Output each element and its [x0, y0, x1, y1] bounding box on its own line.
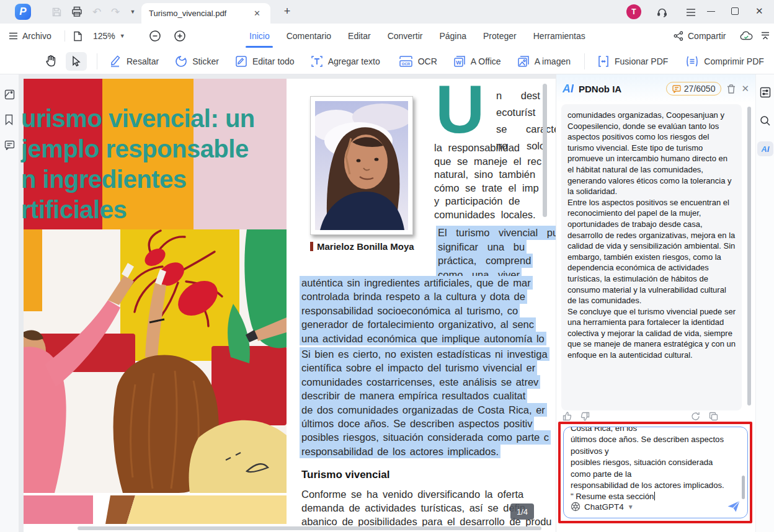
highlighted-text-line: significar una bu [436, 240, 527, 254]
caption-bar [310, 242, 313, 251]
model-selector[interactable]: ChatGPT4 [584, 502, 624, 512]
editar-todo-button[interactable]: Editar todo [235, 55, 295, 68]
close-window-button[interactable]: ✕ [755, 6, 763, 17]
zoom-out-button[interactable] [149, 24, 161, 48]
ocr-button[interactable]: OCR OCR [399, 55, 437, 68]
panel-settings-icon[interactable] [760, 87, 771, 98]
sticker-icon [175, 55, 187, 68]
undo-icon[interactable]: ↶ [90, 5, 104, 19]
zoom-level-dropdown[interactable]: 125% ▼ [93, 24, 125, 48]
app-logo[interactable]: P [15, 4, 31, 20]
document-vertical-scrollbar[interactable] [543, 84, 547, 217]
thumbnails-panel-icon[interactable] [4, 89, 15, 100]
resaltar-label: Resaltar [127, 56, 159, 66]
ribbon-tabs: Inicio Comentario Editar Convertir Págin… [249, 24, 585, 48]
history-dropdown-icon[interactable]: ▼ [126, 5, 140, 19]
a-office-button[interactable]: W A Office [453, 55, 501, 68]
a-imagen-button[interactable]: A imagen [517, 55, 571, 68]
support-headset-icon[interactable] [655, 6, 669, 19]
compartir-button[interactable]: Compartir [674, 24, 726, 48]
token-usage-badge: 27/6050 [666, 82, 722, 95]
dropcap: U [435, 82, 484, 136]
close-ai-panel-icon[interactable]: ✕ [741, 83, 749, 94]
tab-convertir[interactable]: Convertir [388, 24, 423, 48]
collapse-toolbar-icon[interactable] [761, 24, 770, 48]
toolbar: Resaltar Sticker Editar todo Agregar tex… [0, 48, 774, 74]
user-avatar[interactable]: T [626, 4, 641, 19]
save-icon[interactable] [50, 5, 63, 19]
tab-pagina[interactable]: Página [439, 24, 466, 48]
regenerate-icon[interactable] [691, 412, 700, 421]
hand-icon [45, 55, 57, 68]
fusionar-pdf-button[interactable]: Fusionar PDF [597, 55, 668, 68]
prompt-text-line: responsabilidad de los actores implicado… [571, 480, 741, 491]
send-button[interactable] [727, 500, 741, 513]
main-menu-icon[interactable] [684, 6, 698, 19]
ocr-icon: OCR [399, 55, 413, 68]
agregar-texto-button[interactable]: Agregar texto [311, 55, 380, 68]
print-icon[interactable] [70, 5, 84, 19]
titlebar: P ↶ ↷ ▼ Turismo_vivencial.pdf ✕ + T ✕ [0, 0, 774, 24]
ai-response-paragraph: Se concluye que el turismo vivencial pue… [567, 306, 736, 361]
prompt-input-scrollbar[interactable] [742, 476, 745, 499]
tab-inicio[interactable]: Inicio [249, 24, 270, 48]
highlighted-text-line: práctica, comprend [436, 254, 533, 268]
highlighted-text-line: describir de manera empírica resultados … [300, 389, 527, 402]
ai-prompt-input[interactable]: Costa Rica, en losúltimos doce años. Se … [563, 427, 748, 518]
ai-panel-header: AI PDNob IA 27/6050 ✕ [556, 74, 755, 103]
ai-panel-toggle[interactable]: AI [757, 141, 773, 156]
comprimir-pdf-button[interactable]: Comprimir PDF [685, 55, 763, 68]
archivo-menu[interactable]: Archivo [9, 24, 51, 48]
comments-panel-icon[interactable] [4, 140, 15, 150]
prompt-text: Costa Rica, en losúltimos doce años. Se … [564, 427, 747, 491]
search-icon[interactable] [760, 115, 771, 126]
add-text-icon [311, 55, 323, 68]
doc-text-line: que se maneje el rec [434, 155, 541, 169]
tab-close-icon[interactable]: ✕ [251, 7, 263, 19]
resaltar-button[interactable]: Resaltar [109, 55, 159, 68]
document-horizontal-scrollbar[interactable] [78, 526, 541, 530]
highlighted-text-line: científica sobre el impacto del turismo … [300, 361, 537, 375]
document-canvas[interactable]: urismo vivencial: un jemplo responsable … [19, 74, 556, 532]
thumbs-up-icon[interactable] [563, 412, 572, 421]
ai-response-paragraph: Entre los aspectos positivos se encuentr… [567, 197, 736, 306]
doc-text-line: y participación de [434, 195, 541, 208]
zoom-level-value: 125% [93, 31, 115, 41]
select-tool-button[interactable] [66, 52, 87, 71]
tab-comentario[interactable]: Comentario [287, 24, 331, 48]
page-view-icon[interactable] [73, 24, 82, 48]
prompt-text-line: últimos doce años. Se describen aspectos [571, 434, 741, 445]
portrait-caption: Marieloz Bonilla Moya [310, 241, 414, 252]
chat-count-icon [672, 85, 681, 93]
pdf-page: urismo vivencial: un jemplo responsable … [24, 79, 556, 532]
tab-proteger[interactable]: Proteger [483, 24, 517, 48]
new-tab-button[interactable]: + [280, 5, 294, 18]
sticker-button[interactable]: Sticker [175, 55, 219, 68]
magazine-title: urismo vivencial: un jemplo responsable … [21, 104, 255, 225]
menubar: Archivo 125% ▼ Inicio Comentario Editar … [0, 24, 774, 48]
redo-icon[interactable]: ↷ [109, 5, 122, 19]
hand-tool-button[interactable] [45, 55, 57, 68]
document-tab[interactable]: Turismo_vivencial.pdf ✕ [141, 3, 270, 24]
divider [64, 30, 65, 42]
highlighted-text-line: de dos comunidades organizadas de Costa … [300, 403, 547, 417]
document-tab-title: Turismo_vivencial.pdf [149, 9, 251, 18]
zoom-in-button[interactable] [174, 24, 186, 48]
magazine-title-line: rtificiales [21, 195, 255, 225]
highlighted-text-line: responsabilidad de los actores implicado… [300, 445, 500, 458]
thumbs-down-icon[interactable] [580, 412, 590, 421]
bookmarks-panel-icon[interactable] [4, 114, 14, 125]
ai-panel-title: PDNob IA [579, 84, 661, 94]
model-dropdown-caret-icon[interactable]: ▼ [628, 503, 634, 510]
ai-messages-scrollbar[interactable] [747, 107, 751, 406]
tab-editar[interactable]: Editar [348, 24, 371, 48]
author-name: Marieloz Bonilla Moya [317, 241, 414, 252]
copy-icon[interactable] [709, 412, 718, 421]
ai-toggle-label: AI [762, 144, 770, 154]
maximize-button[interactable] [731, 7, 739, 15]
tab-herramientas[interactable]: Herramientas [533, 24, 585, 48]
cloud-sync-icon[interactable] [740, 24, 753, 48]
cursor-icon [71, 56, 81, 67]
clear-chat-trash-icon[interactable] [726, 84, 736, 94]
minimize-button[interactable] [707, 11, 715, 12]
